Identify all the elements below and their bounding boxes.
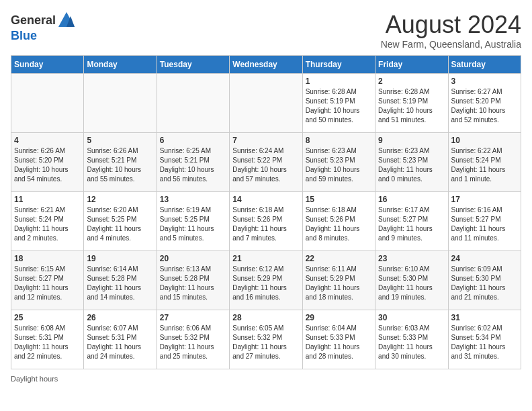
calendar-body: 1Sunrise: 6:28 AM Sunset: 5:19 PM Daylig… <box>11 74 521 369</box>
calendar-cell: 21Sunrise: 6:12 AM Sunset: 5:29 PM Dayli… <box>230 251 302 310</box>
day-info: Sunrise: 6:10 AM Sunset: 5:30 PM Dayligh… <box>378 265 445 302</box>
day-info: Sunrise: 6:23 AM Sunset: 5:23 PM Dayligh… <box>306 146 372 184</box>
day-number: 22 <box>306 254 372 263</box>
logo: General Blue <box>11 11 76 42</box>
day-info: Sunrise: 6:06 AM Sunset: 5:32 PM Dayligh… <box>160 324 226 361</box>
day-info: Sunrise: 6:18 AM Sunset: 5:26 PM Dayligh… <box>306 205 372 243</box>
day-number: 8 <box>306 136 372 145</box>
day-info: Sunrise: 6:04 AM Sunset: 5:33 PM Dayligh… <box>306 324 372 361</box>
day-number: 26 <box>87 313 153 322</box>
calendar-cell: 28Sunrise: 6:05 AM Sunset: 5:32 PM Dayli… <box>230 310 302 369</box>
day-number: 13 <box>160 195 226 204</box>
day-number: 24 <box>451 254 518 263</box>
calendar-cell: 29Sunrise: 6:04 AM Sunset: 5:33 PM Dayli… <box>302 310 375 369</box>
day-info: Sunrise: 6:11 AM Sunset: 5:29 PM Dayligh… <box>306 265 372 302</box>
calendar-cell <box>11 74 84 133</box>
day-info: Sunrise: 6:05 AM Sunset: 5:32 PM Dayligh… <box>232 324 299 361</box>
day-info: Sunrise: 6:14 AM Sunset: 5:28 PM Dayligh… <box>87 265 153 302</box>
calendar-cell: 10Sunrise: 6:22 AM Sunset: 5:24 PM Dayli… <box>448 133 521 192</box>
day-info: Sunrise: 6:23 AM Sunset: 5:23 PM Dayligh… <box>378 146 445 184</box>
calendar-table: SundayMondayTuesdayWednesdayThursdayFrid… <box>11 55 521 369</box>
calendar-cell: 2Sunrise: 6:28 AM Sunset: 5:19 PM Daylig… <box>375 74 448 133</box>
day-header-wednesday: Wednesday <box>230 56 302 74</box>
day-info: Sunrise: 6:27 AM Sunset: 5:20 PM Dayligh… <box>451 87 518 125</box>
calendar-cell: 18Sunrise: 6:15 AM Sunset: 5:27 PM Dayli… <box>11 251 84 310</box>
day-info: Sunrise: 6:26 AM Sunset: 5:21 PM Dayligh… <box>87 146 153 184</box>
day-info: Sunrise: 6:22 AM Sunset: 5:24 PM Dayligh… <box>451 146 518 184</box>
day-header-monday: Monday <box>84 56 157 74</box>
day-info: Sunrise: 6:13 AM Sunset: 5:28 PM Dayligh… <box>160 265 226 302</box>
footer: Daylight hours <box>11 375 521 383</box>
calendar-week-row: 25Sunrise: 6:08 AM Sunset: 5:31 PM Dayli… <box>11 310 521 369</box>
day-info: Sunrise: 6:24 AM Sunset: 5:22 PM Dayligh… <box>232 146 299 184</box>
calendar-cell: 6Sunrise: 6:25 AM Sunset: 5:21 PM Daylig… <box>157 133 229 192</box>
logo-icon <box>57 11 76 30</box>
day-number: 9 <box>378 136 445 145</box>
day-info: Sunrise: 6:28 AM Sunset: 5:19 PM Dayligh… <box>378 87 445 125</box>
day-number: 12 <box>87 195 153 204</box>
calendar-cell: 11Sunrise: 6:21 AM Sunset: 5:24 PM Dayli… <box>11 192 84 251</box>
day-number: 5 <box>87 136 153 145</box>
day-info: Sunrise: 6:07 AM Sunset: 5:31 PM Dayligh… <box>87 324 153 361</box>
calendar-cell <box>230 74 302 133</box>
calendar-cell: 17Sunrise: 6:16 AM Sunset: 5:27 PM Dayli… <box>448 192 521 251</box>
day-info: Sunrise: 6:28 AM Sunset: 5:19 PM Dayligh… <box>306 87 372 125</box>
calendar-cell: 25Sunrise: 6:08 AM Sunset: 5:31 PM Dayli… <box>11 310 84 369</box>
calendar-cell: 16Sunrise: 6:17 AM Sunset: 5:27 PM Dayli… <box>375 192 448 251</box>
title-area: August 2024 New Farm, Queensland, Austra… <box>381 11 521 50</box>
day-info: Sunrise: 6:03 AM Sunset: 5:33 PM Dayligh… <box>378 324 445 361</box>
day-info: Sunrise: 6:21 AM Sunset: 5:24 PM Dayligh… <box>14 205 81 243</box>
day-header-sunday: Sunday <box>11 56 84 74</box>
day-number: 15 <box>306 195 372 204</box>
calendar-week-row: 11Sunrise: 6:21 AM Sunset: 5:24 PM Dayli… <box>11 192 521 251</box>
day-number: 3 <box>451 77 518 86</box>
calendar-cell: 31Sunrise: 6:02 AM Sunset: 5:34 PM Dayli… <box>448 310 521 369</box>
day-number: 2 <box>378 77 445 86</box>
day-number: 4 <box>14 136 81 145</box>
daylight-label: Daylight hours <box>11 375 58 383</box>
calendar-cell: 26Sunrise: 6:07 AM Sunset: 5:31 PM Dayli… <box>84 310 157 369</box>
header: General Blue August 2024 New Farm, Queen… <box>11 11 521 50</box>
calendar-week-row: 4Sunrise: 6:26 AM Sunset: 5:20 PM Daylig… <box>11 133 521 192</box>
day-number: 20 <box>160 254 226 263</box>
calendar-header-row: SundayMondayTuesdayWednesdayThursdayFrid… <box>11 56 521 74</box>
day-header-thursday: Thursday <box>302 56 375 74</box>
calendar-cell: 27Sunrise: 6:06 AM Sunset: 5:32 PM Dayli… <box>157 310 229 369</box>
day-header-tuesday: Tuesday <box>157 56 229 74</box>
calendar-cell: 15Sunrise: 6:18 AM Sunset: 5:26 PM Dayli… <box>302 192 375 251</box>
day-info: Sunrise: 6:16 AM Sunset: 5:27 PM Dayligh… <box>451 205 518 243</box>
calendar-cell: 8Sunrise: 6:23 AM Sunset: 5:23 PM Daylig… <box>302 133 375 192</box>
day-number: 23 <box>378 254 445 263</box>
calendar-cell: 23Sunrise: 6:10 AM Sunset: 5:30 PM Dayli… <box>375 251 448 310</box>
day-number: 21 <box>232 254 299 263</box>
day-number: 28 <box>232 313 299 322</box>
day-number: 16 <box>378 195 445 204</box>
day-number: 30 <box>378 313 445 322</box>
calendar-cell: 12Sunrise: 6:20 AM Sunset: 5:25 PM Dayli… <box>84 192 157 251</box>
day-number: 17 <box>451 195 518 204</box>
day-number: 27 <box>160 313 226 322</box>
day-info: Sunrise: 6:20 AM Sunset: 5:25 PM Dayligh… <box>87 205 153 243</box>
calendar-cell: 24Sunrise: 6:09 AM Sunset: 5:30 PM Dayli… <box>448 251 521 310</box>
calendar-week-row: 18Sunrise: 6:15 AM Sunset: 5:27 PM Dayli… <box>11 251 521 310</box>
location-subtitle: New Farm, Queensland, Australia <box>381 39 521 50</box>
day-number: 10 <box>451 136 518 145</box>
day-info: Sunrise: 6:25 AM Sunset: 5:21 PM Dayligh… <box>160 146 226 184</box>
calendar-week-row: 1Sunrise: 6:28 AM Sunset: 5:19 PM Daylig… <box>11 74 521 133</box>
calendar-cell: 13Sunrise: 6:19 AM Sunset: 5:25 PM Dayli… <box>157 192 229 251</box>
day-number: 29 <box>306 313 372 322</box>
calendar-cell: 3Sunrise: 6:27 AM Sunset: 5:20 PM Daylig… <box>448 74 521 133</box>
day-info: Sunrise: 6:19 AM Sunset: 5:25 PM Dayligh… <box>160 205 226 243</box>
month-year-title: August 2024 <box>381 11 521 39</box>
day-header-saturday: Saturday <box>448 56 521 74</box>
calendar-cell: 22Sunrise: 6:11 AM Sunset: 5:29 PM Dayli… <box>302 251 375 310</box>
day-number: 25 <box>14 313 81 322</box>
day-info: Sunrise: 6:02 AM Sunset: 5:34 PM Dayligh… <box>451 324 518 361</box>
logo-general: General <box>11 14 56 26</box>
day-number: 14 <box>232 195 299 204</box>
day-info: Sunrise: 6:12 AM Sunset: 5:29 PM Dayligh… <box>232 265 299 302</box>
calendar-cell: 7Sunrise: 6:24 AM Sunset: 5:22 PM Daylig… <box>230 133 302 192</box>
calendar-cell: 19Sunrise: 6:14 AM Sunset: 5:28 PM Dayli… <box>84 251 157 310</box>
day-header-friday: Friday <box>375 56 448 74</box>
day-info: Sunrise: 6:15 AM Sunset: 5:27 PM Dayligh… <box>14 265 81 302</box>
